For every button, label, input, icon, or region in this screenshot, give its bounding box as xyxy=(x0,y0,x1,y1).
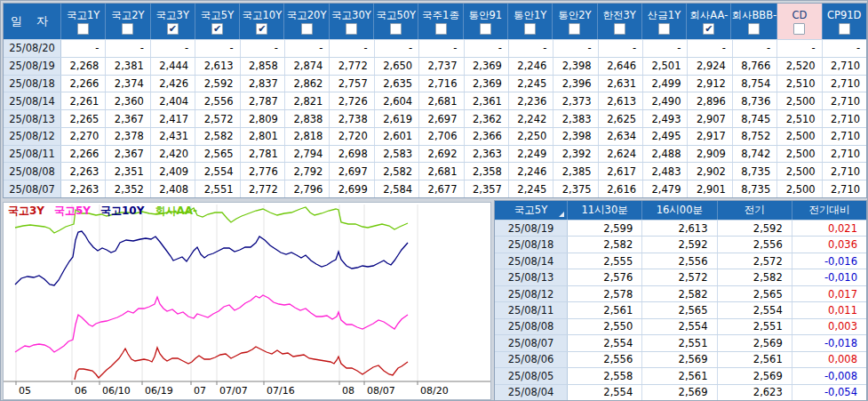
value-cell: 2,561 xyxy=(642,368,717,383)
value-cell: 8,754 xyxy=(733,76,777,92)
value-cell: 2,236 xyxy=(509,92,553,109)
value-cell: 2,584 xyxy=(375,180,419,197)
value-cell: 2,367 xyxy=(106,146,150,163)
legend-item: 국고3Y xyxy=(8,205,44,217)
value-cell: 2,493 xyxy=(643,110,688,127)
value-cell: 2,510 xyxy=(777,76,822,92)
value-cell: 2,554 xyxy=(195,163,240,180)
value-cell: 2,263 xyxy=(61,180,106,197)
right-header-전기[interactable]: 전기 xyxy=(718,201,792,220)
right-header-16시00분[interactable]: 16시00분 xyxy=(642,201,717,220)
right-header-국고5Y[interactable]: 국고5Y xyxy=(495,201,568,220)
value-cell: 2,617 xyxy=(599,163,643,180)
value-cell: 2,697 xyxy=(419,110,464,127)
column-checkbox[interactable] xyxy=(346,23,357,35)
column-checkbox[interactable] xyxy=(748,23,760,35)
value-cell: 2,710 xyxy=(823,128,866,145)
date-cell: 25/08/06 xyxy=(495,352,568,367)
value-cell: 2,556 xyxy=(718,237,792,252)
value-cell: 2,781 xyxy=(241,146,285,163)
column-checkbox[interactable] xyxy=(301,23,313,35)
axis-tick-label: 05 xyxy=(19,385,31,397)
value-cell: - xyxy=(195,40,240,57)
value-cell: 2,556 xyxy=(195,92,240,109)
column-checkbox[interactable] xyxy=(122,23,133,35)
value-cell: 8,735 xyxy=(733,180,777,197)
column-header-한전3Y: 한전3Y xyxy=(598,4,642,39)
column-checkbox[interactable] xyxy=(614,23,625,35)
right-table-body: 25/08/192,5992,6132,5920,02125/08/182,58… xyxy=(495,220,866,400)
table-row: 25/08/142,2612,3602,4042,5562,7872,8212,… xyxy=(4,92,866,109)
value-cell: 2,697 xyxy=(330,163,374,180)
value-cell: 2,572 xyxy=(718,253,792,269)
value-cell: 2,417 xyxy=(151,110,195,127)
value-cell: 8,742 xyxy=(733,146,777,163)
column-checkbox[interactable]: ✔ xyxy=(703,23,714,35)
table-row: 25/08/122,2702,3782,4312,5822,8012,8182,… xyxy=(4,127,866,145)
value-cell: 2,792 xyxy=(285,163,330,180)
column-checkbox[interactable]: ✔ xyxy=(256,23,267,35)
column-label: CD xyxy=(792,10,807,20)
value-cell: 2,601 xyxy=(375,128,419,145)
change-cell: -0,008 xyxy=(792,368,866,383)
top-table-body: 25/08/20------------------25/08/192,2682… xyxy=(4,39,866,197)
column-checkbox[interactable] xyxy=(524,23,536,35)
column-checkbox[interactable] xyxy=(480,23,491,35)
value-cell: 2,554 xyxy=(568,385,642,400)
value-cell: 2,250 xyxy=(509,128,553,145)
column-header-국고20Y: 국고20Y xyxy=(284,4,329,39)
right-table-header: 국고5Y11시30분16시00분전기전기대비 xyxy=(495,201,866,220)
value-cell: 2,681 xyxy=(419,163,464,180)
column-checkbox[interactable]: ✔ xyxy=(211,23,223,35)
date-cell: 25/08/14 xyxy=(4,92,61,109)
value-cell: 2,692 xyxy=(419,146,464,163)
series-line-국고5Y xyxy=(15,295,408,352)
change-cell: -0,016 xyxy=(792,253,866,269)
value-cell: - xyxy=(688,40,732,57)
value-cell: - xyxy=(643,40,688,57)
date-cell: 25/08/12 xyxy=(495,286,568,301)
value-cell: 2,619 xyxy=(375,110,419,127)
value-cell: 2,360 xyxy=(106,92,150,109)
value-cell: 2,874 xyxy=(285,58,330,75)
series-line-국고10Y xyxy=(15,231,408,285)
axis-tick-label: 06/10 xyxy=(102,385,131,397)
value-cell: 2,772 xyxy=(330,58,374,75)
column-checkbox[interactable]: ✔ xyxy=(167,23,179,35)
yield-chart-panel: 050606/1006/190707/0707/160808/0708/20국고… xyxy=(3,202,491,400)
value-cell: 2,726 xyxy=(330,92,374,109)
value-cell: 2,551 xyxy=(642,335,717,350)
column-checkbox[interactable] xyxy=(390,23,402,35)
value-cell: 2,558 xyxy=(568,368,642,383)
table-row: 25/08/062,5562,5692,5610,008 xyxy=(495,351,866,367)
column-checkbox[interactable] xyxy=(435,23,447,35)
value-cell: 2,551 xyxy=(195,180,240,197)
column-checkbox[interactable] xyxy=(793,23,805,35)
column-label: 통안1Y xyxy=(514,10,546,20)
value-cell: 2,772 xyxy=(241,180,285,197)
value-cell: 2,363 xyxy=(465,146,509,163)
value-cell: 2,369 xyxy=(465,76,509,92)
value-cell: 2,716 xyxy=(419,76,464,92)
axis-tick-label: 07 xyxy=(194,385,206,397)
column-label: 국고5Y xyxy=(201,10,234,20)
value-cell: 2,837 xyxy=(241,76,285,92)
date-cell: 25/08/13 xyxy=(495,269,568,285)
value-cell: 2,613 xyxy=(195,58,240,75)
column-checkbox[interactable] xyxy=(658,23,670,35)
column-checkbox[interactable] xyxy=(839,23,850,35)
value-cell: 2,501 xyxy=(643,58,688,75)
date-cell: 25/08/14 xyxy=(495,253,568,269)
date-cell: 25/08/18 xyxy=(4,76,61,92)
table-row: 25/08/192,2682,3812,4442,6132,8582,8742,… xyxy=(4,57,866,75)
right-header-전기대비[interactable]: 전기대비 xyxy=(792,201,866,220)
axis-tick-label: 07/07 xyxy=(219,385,248,397)
value-cell: 2,444 xyxy=(151,58,195,75)
value-cell: 2,623 xyxy=(718,385,792,400)
bond-yield-screen: 일 자 국고1Y국고2Y국고3Y✔국고5Y✔국고10Y✔국고20Y국고30Y국고… xyxy=(0,0,868,401)
column-checkbox[interactable] xyxy=(569,23,580,35)
column-checkbox[interactable] xyxy=(77,23,89,35)
table-row: 25/08/042,5542,5692,623-0,054 xyxy=(495,384,866,400)
right-header-11시30분[interactable]: 11시30분 xyxy=(568,201,642,220)
axis-tick-label: 08/20 xyxy=(420,385,449,397)
